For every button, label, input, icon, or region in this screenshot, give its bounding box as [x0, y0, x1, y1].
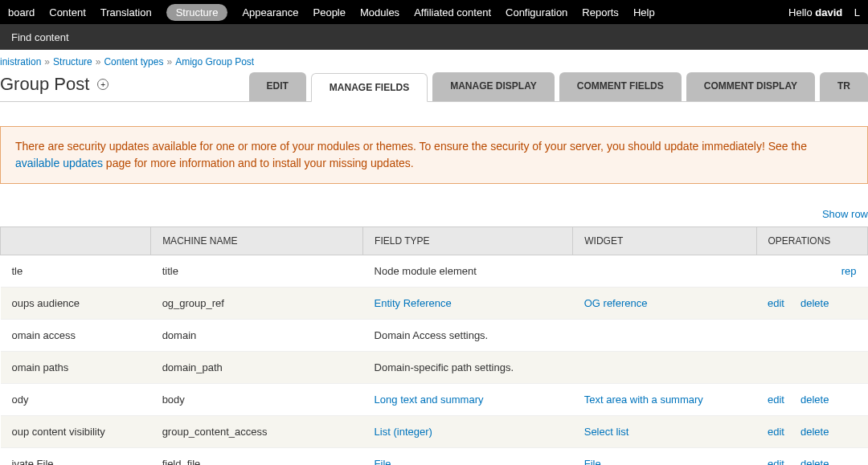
field-type-link[interactable]: File: [375, 458, 391, 465]
username: david: [815, 6, 842, 18]
breadcrumb-separator: »: [96, 56, 101, 67]
machine-name: domain: [151, 320, 363, 352]
add-icon[interactable]: +: [97, 79, 108, 90]
table-row: tletitleNode module elementrep: [1, 255, 868, 288]
hello-text: Hello: [788, 6, 813, 18]
machine-name: og_group_ref: [151, 288, 363, 320]
warning-text-2: page for more information and to install…: [103, 157, 414, 169]
breadcrumb-link[interactable]: Amigo Group Post: [175, 56, 254, 67]
content-area: There are security updates available for…: [0, 102, 868, 465]
tab-comment-display[interactable]: COMMENT DISPLAY: [686, 72, 815, 101]
topbar-item-appearance[interactable]: Appearance: [242, 6, 298, 18]
widget: [573, 255, 756, 288]
operations: editdelete: [756, 288, 867, 320]
table-header-row: MACHINE NAMEFIELD TYPEWIDGETOPERATIONS: [1, 227, 868, 255]
table-row: omain accessdomainDomain Access settings…: [1, 320, 868, 352]
breadcrumb-link[interactable]: Content types: [104, 56, 163, 67]
operations: [756, 320, 867, 352]
tab-comment-fields[interactable]: COMMENT FIELDS: [559, 72, 682, 101]
tab-manage-fields[interactable]: MANAGE FIELDS: [311, 73, 428, 102]
widget: Text area with a summary: [573, 384, 756, 416]
page-title: Group Post: [0, 74, 89, 95]
tab-tr[interactable]: TR: [820, 72, 868, 101]
machine-name: group_content_access: [151, 416, 363, 448]
edit-link[interactable]: edit: [768, 394, 784, 406]
topbar-item-translation[interactable]: Translation: [100, 6, 152, 18]
admin-topbar: boardContentTranslationStructureAppearan…: [0, 0, 868, 24]
table-body: tletitleNode module elementrepoups audie…: [1, 255, 868, 466]
table-row: ivate Filefield_fileFileFileeditdelete: [1, 448, 868, 466]
widget: [573, 352, 756, 384]
breadcrumb-separator: »: [166, 56, 172, 67]
machine-name: field_file: [151, 448, 363, 466]
field-type: List (integer): [363, 416, 573, 448]
topbar-item-structure[interactable]: Structure: [166, 4, 228, 21]
topbar-menu: boardContentTranslationStructureAppearan…: [8, 4, 655, 21]
warning-text-1: There are security updates available for…: [15, 140, 807, 153]
delete-link[interactable]: delete: [800, 297, 829, 309]
logout-link[interactable]: L: [854, 6, 860, 18]
machine-name: body: [151, 384, 363, 416]
delete-link[interactable]: delete: [800, 394, 829, 406]
field-label: oups audience: [1, 288, 151, 320]
page-header: Group Post + EDITMANAGE FIELDSMANAGE DIS…: [0, 67, 868, 102]
field-type-link[interactable]: List (integer): [375, 426, 432, 438]
delete-link[interactable]: delete: [800, 426, 829, 438]
breadcrumb-link[interactable]: Structure: [53, 56, 92, 67]
tab-manage-display[interactable]: MANAGE DISPLAY: [432, 72, 555, 101]
column-header: OPERATIONS: [756, 227, 867, 255]
operations: editdelete: [756, 448, 867, 466]
field-label: ivate File: [1, 448, 151, 466]
column-header: FIELD TYPE: [363, 227, 573, 255]
table-row: omain pathsdomain_pathDomain-specific pa…: [1, 352, 868, 384]
column-header: MACHINE NAME: [151, 227, 363, 255]
edit-link[interactable]: edit: [768, 458, 784, 465]
operations: editdelete: [756, 416, 867, 448]
table-row: oups audienceog_group_refEntity Referenc…: [1, 288, 868, 320]
op-link[interactable]: rep: [841, 265, 857, 277]
table-row: oup content visibilitygroup_content_acce…: [1, 416, 868, 448]
widget: Select list: [573, 416, 756, 448]
field-type-link[interactable]: Long text and summary: [375, 394, 484, 406]
topbar-item-board[interactable]: board: [8, 6, 35, 18]
widget-link[interactable]: File: [584, 458, 601, 465]
secondary-bar: Find content: [0, 24, 868, 50]
user-greeting: Hello david L: [788, 6, 860, 18]
widget: File: [573, 448, 756, 466]
topbar-item-modules[interactable]: Modules: [360, 6, 399, 18]
available-updates-link[interactable]: available updates: [15, 157, 103, 169]
topbar-item-content[interactable]: Content: [49, 6, 86, 18]
field-label: oup content visibility: [1, 416, 151, 448]
delete-link[interactable]: delete: [800, 458, 829, 465]
field-type: Node module element: [363, 255, 573, 288]
breadcrumb: inistration»Structure»Content types»Amig…: [0, 50, 868, 67]
topbar-item-help[interactable]: Help: [633, 6, 655, 18]
column-header: [1, 227, 151, 255]
breadcrumb-link[interactable]: inistration: [0, 56, 41, 67]
widget-link[interactable]: Text area with a summary: [584, 394, 703, 406]
field-label: omain access: [1, 320, 151, 352]
operations: [756, 352, 867, 384]
topbar-item-people[interactable]: People: [313, 6, 346, 18]
widget-link[interactable]: Select list: [584, 426, 629, 438]
tab-edit[interactable]: EDIT: [249, 72, 306, 101]
local-tabs: EDITMANAGE FIELDSMANAGE DISPLAYCOMMENT F…: [249, 72, 869, 101]
field-label: tle: [1, 255, 151, 288]
operations: rep: [756, 255, 867, 288]
topbar-item-affiliated-content[interactable]: Affiliated content: [414, 6, 491, 18]
widget-link[interactable]: OG reference: [584, 297, 648, 309]
topbar-item-reports[interactable]: Reports: [582, 6, 619, 18]
field-type: Domain-specific path settings.: [363, 352, 573, 384]
edit-link[interactable]: edit: [768, 426, 784, 438]
show-row-weights-link[interactable]: Show row: [822, 208, 868, 220]
field-type-link[interactable]: Entity Reference: [375, 297, 452, 309]
topbar-item-configuration[interactable]: Configuration: [506, 6, 567, 18]
find-content-link[interactable]: Find content: [11, 31, 69, 43]
field-label: omain paths: [1, 352, 151, 384]
widget: [573, 320, 756, 352]
edit-link[interactable]: edit: [768, 297, 784, 309]
column-header: WIDGET: [573, 227, 756, 255]
field-type: Domain Access settings.: [363, 320, 573, 352]
fields-table: MACHINE NAMEFIELD TYPEWIDGETOPERATIONS t…: [0, 226, 868, 465]
field-label: ody: [1, 384, 151, 416]
